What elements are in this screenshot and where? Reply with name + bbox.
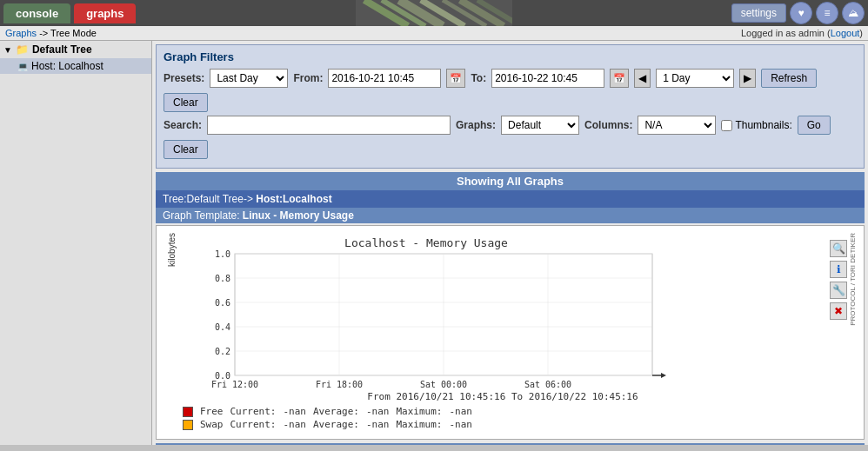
swap-color-swatch bbox=[183, 420, 193, 430]
info-icon-button[interactable]: ℹ bbox=[830, 261, 847, 278]
chart-1-legend: Free Current: -nan Average: -nan Maximum… bbox=[183, 406, 823, 430]
graphs-label: Graphs: bbox=[456, 119, 496, 131]
thumbnails-label: Thumbnails: bbox=[721, 119, 791, 131]
swap-maximum-label: Maximum: bbox=[396, 419, 442, 430]
tree-path-name: Default Tree bbox=[187, 193, 244, 205]
svg-text:0.4: 0.4 bbox=[215, 322, 230, 332]
free-color-swatch bbox=[183, 407, 193, 417]
graph-filters-panel: Graph Filters Presets: Last Day Last Wee… bbox=[156, 44, 865, 169]
settings-area: settings ♥ ≡ ⛰ bbox=[731, 2, 865, 24]
free-maximum-value: -nan bbox=[449, 406, 472, 417]
graph-1-container: kilobytes Localhost - Memory Usage bbox=[156, 225, 865, 440]
tree-path-bar: Tree:Default Tree-> Host:Localhost bbox=[156, 190, 865, 208]
edit-icon-button[interactable]: 🔧 bbox=[830, 282, 847, 299]
swap-maximum-value: -nan bbox=[449, 419, 472, 430]
svg-text:Fri 12:00: Fri 12:00 bbox=[211, 380, 258, 389]
breadcrumb-current: Tree Mode bbox=[50, 28, 97, 38]
tree-path-arrow: -> bbox=[244, 193, 256, 205]
svg-text:1.0: 1.0 bbox=[215, 249, 230, 259]
free-label: Free bbox=[200, 406, 224, 417]
settings-button[interactable]: settings bbox=[731, 3, 786, 23]
clear-button-2[interactable]: Clear bbox=[164, 140, 208, 159]
from-date-input[interactable] bbox=[328, 69, 441, 88]
graphs-select[interactable]: Default bbox=[501, 116, 579, 135]
graph-filters-title: Graph Filters bbox=[164, 50, 857, 63]
console-tab[interactable]: console bbox=[3, 3, 70, 23]
chart-date-range: From 2016/10/21 10:45:16 To 2016/10/22 1… bbox=[183, 391, 823, 402]
folder-icon: 📁 bbox=[16, 43, 29, 56]
zoom-icon-button[interactable]: 🔍 bbox=[830, 240, 847, 257]
tree-path-host-name: Localhost bbox=[283, 193, 332, 205]
svg-marker-22 bbox=[661, 373, 666, 378]
tree-path-prefix: Tree: bbox=[163, 193, 187, 205]
showing-bar: Showing All Graphs bbox=[156, 172, 865, 190]
breadcrumb-arrow: -> bbox=[39, 28, 48, 38]
logged-in-info: Logged in as admin (Logout) bbox=[741, 28, 863, 38]
delete-icon-button[interactable]: ✖ bbox=[830, 302, 847, 320]
legend-row-free: Free Current: -nan Average: -nan Maximum… bbox=[183, 406, 823, 417]
swap-label: Swap bbox=[200, 419, 224, 430]
clear-button-1[interactable]: Clear bbox=[164, 93, 208, 112]
sidebar: ▼ 📁 Default Tree 💻 Host: Localhost bbox=[0, 41, 152, 445]
breadcrumb-bar: Graphs -> Tree Mode Logged in as admin (… bbox=[0, 26, 868, 41]
columns-label: Columns: bbox=[584, 119, 632, 131]
sidebar-tree-header[interactable]: ▼ 📁 Default Tree bbox=[0, 41, 151, 58]
period-select[interactable]: 1 Day 1 Week 1 Month 1 Year bbox=[656, 69, 734, 88]
filter-row-1: Presets: Last Day Last Week Last Month L… bbox=[164, 69, 857, 112]
tree-arrow-icon: ▼ bbox=[3, 45, 12, 55]
from-calendar-button[interactable]: 📅 bbox=[446, 69, 465, 88]
top-nav: console graphs settings ♥ ≡ ⛰ bbox=[0, 0, 868, 26]
to-calendar-button[interactable]: 📅 bbox=[610, 69, 629, 88]
free-average-label: Average: bbox=[313, 406, 359, 417]
svg-text:0.6: 0.6 bbox=[215, 298, 230, 308]
swap-average-label: Average: bbox=[313, 419, 359, 430]
filter-row-2: Search: Graphs: Default Columns: N/A 1 2… bbox=[164, 116, 857, 159]
default-tree-label: Default Tree bbox=[32, 43, 92, 56]
svg-text:Localhost - Memory Usage: Localhost - Memory Usage bbox=[344, 236, 508, 249]
free-average-value: -nan bbox=[366, 406, 390, 417]
swap-average-value: -nan bbox=[366, 419, 390, 430]
graphs-link[interactable]: Graphs bbox=[5, 28, 37, 38]
nav-left: console graphs bbox=[3, 3, 136, 23]
go-button[interactable]: Go bbox=[798, 116, 831, 135]
svg-text:Sat 06:00: Sat 06:00 bbox=[524, 380, 571, 389]
free-maximum-label: Maximum: bbox=[396, 406, 442, 417]
search-input[interactable] bbox=[207, 116, 451, 135]
heart-icon-button[interactable]: ♥ bbox=[790, 2, 812, 24]
to-date-input[interactable] bbox=[491, 69, 604, 88]
period-forward-button[interactable]: ▶ bbox=[739, 69, 756, 88]
legend-row-swap: Swap Current: -nan Average: -nan Maximum… bbox=[183, 419, 823, 430]
to-label: To: bbox=[471, 72, 486, 84]
y-axis-label: kilobytes bbox=[167, 233, 177, 267]
graph-template-1-name: Linux - Memory Usage bbox=[243, 209, 354, 222]
landscape-icon-button[interactable]: ⛰ bbox=[842, 2, 865, 24]
host-label: Host: Localhost bbox=[31, 60, 103, 72]
free-current-label: Current: bbox=[230, 406, 277, 417]
sidebar-item-host-localhost[interactable]: 💻 Host: Localhost bbox=[0, 58, 151, 74]
graph-template-bar-1: Graph Template: Linux - Memory Usage bbox=[156, 208, 865, 223]
graphs-tab[interactable]: graphs bbox=[74, 3, 136, 23]
stripe-decoration bbox=[356, 0, 512, 26]
breadcrumb: Graphs -> Tree Mode bbox=[5, 28, 97, 38]
svg-text:Sat 00:00: Sat 00:00 bbox=[420, 380, 467, 389]
search-label: Search: bbox=[164, 119, 202, 131]
refresh-button[interactable]: Refresh bbox=[761, 69, 817, 88]
presets-label: Presets: bbox=[164, 72, 204, 84]
graph-1-area: Localhost - Memory Usage bbox=[183, 233, 823, 432]
thumbnails-checkbox[interactable] bbox=[721, 120, 732, 131]
tree-path-host-label: Host: bbox=[256, 193, 283, 205]
svg-text:0.8: 0.8 bbox=[215, 274, 230, 283]
free-current-value: -nan bbox=[283, 406, 306, 417]
content-area: Graph Filters Presets: Last Day Last Wee… bbox=[152, 41, 868, 445]
memory-usage-chart: Localhost - Memory Usage bbox=[183, 233, 670, 389]
swap-current-value: -nan bbox=[283, 419, 306, 430]
pc-icon: 💻 bbox=[17, 62, 28, 71]
svg-text:Fri 18:00: Fri 18:00 bbox=[316, 380, 363, 389]
logout-link[interactable]: Logout bbox=[831, 28, 860, 38]
svg-text:0.2: 0.2 bbox=[215, 347, 230, 356]
menu-icon-button[interactable]: ≡ bbox=[816, 2, 838, 24]
main-layout: ▼ 📁 Default Tree 💻 Host: Localhost Graph… bbox=[0, 41, 868, 445]
columns-select[interactable]: N/A 1 2 3 bbox=[638, 116, 716, 135]
period-back-button[interactable]: ◀ bbox=[634, 69, 651, 88]
presets-select[interactable]: Last Day Last Week Last Month Last Year bbox=[210, 69, 288, 88]
